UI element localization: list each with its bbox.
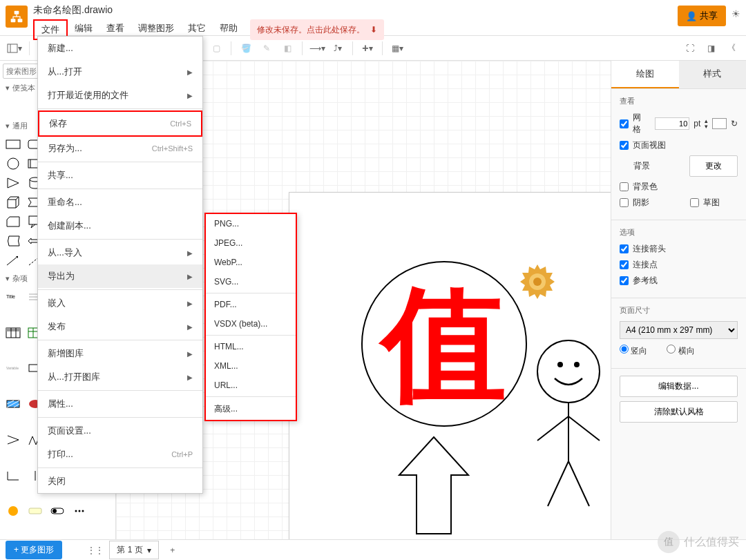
- theme-toggle-icon[interactable]: ☀: [731, 8, 740, 19]
- filename[interactable]: 未命名绘图.drawio: [33, 3, 678, 19]
- shape-dots[interactable]: [69, 502, 90, 520]
- back-icon[interactable]: ▢: [207, 39, 225, 57]
- menu-print[interactable]: 打印...Ctrl+P: [38, 443, 202, 466]
- save-warning[interactable]: 修改未保存。点击此处保存。 ⬇: [250, 19, 384, 40]
- page-format-select[interactable]: A4 (210 mm x 297 mm): [620, 321, 738, 339]
- export-jpeg[interactable]: JPEG...: [206, 233, 296, 253]
- grid-size-input[interactable]: [655, 117, 689, 130]
- menu-close[interactable]: 关闭: [38, 470, 202, 493]
- add-page-icon[interactable]: +: [164, 542, 181, 559]
- shape-misc-table2[interactable]: [3, 324, 23, 342]
- menu-rename[interactable]: 重命名...: [38, 191, 202, 214]
- svg-line-23: [7, 256, 18, 265]
- shadow-icon[interactable]: ◧: [278, 39, 296, 57]
- export-advanced[interactable]: 高级...: [206, 398, 296, 420]
- tab-style[interactable]: 样式: [679, 61, 747, 88]
- menu-page-setup[interactable]: 页面设置...: [38, 419, 202, 443]
- change-bg-button[interactable]: 更改: [689, 155, 738, 177]
- fill-icon[interactable]: 🪣: [237, 39, 255, 57]
- sidebar-toggle-icon[interactable]: ▾: [6, 39, 23, 57]
- menu-props[interactable]: 属性...: [38, 392, 202, 416]
- export-xml[interactable]: XML...: [206, 356, 296, 376]
- menu-save[interactable]: 保存Ctrl+S: [38, 110, 202, 137]
- shape-misc-angle[interactable]: [3, 431, 23, 449]
- grid-reset-icon[interactable]: ↻: [731, 119, 738, 128]
- menu-new[interactable]: 新建...: [38, 37, 202, 60]
- shape-gear-gold2[interactable]: [3, 502, 23, 520]
- menu-import[interactable]: 从...导入▶: [38, 241, 202, 264]
- shape-circle[interactable]: [3, 155, 23, 173]
- connection-icon[interactable]: ⟶▾: [308, 39, 326, 57]
- canvas-arrow[interactable]: [392, 434, 475, 539]
- shape-data-storage[interactable]: [3, 232, 23, 250]
- panel-options-title: 选项: [620, 227, 738, 238]
- fullscreen-icon[interactable]: ⛶: [681, 39, 699, 57]
- export-url[interactable]: URL...: [206, 376, 296, 395]
- shape-misc-title[interactable]: Title: [3, 288, 23, 306]
- more-shapes-button[interactable]: + 更多图形: [6, 541, 62, 559]
- bgcolor-checkbox[interactable]: [620, 182, 629, 191]
- shape-misc-line2[interactable]: [3, 467, 23, 485]
- tab-draw[interactable]: 绘图: [611, 61, 679, 88]
- shadow-checkbox[interactable]: [620, 198, 629, 207]
- export-svg[interactable]: SVG...: [206, 272, 296, 291]
- share-button[interactable]: 👤 共享: [678, 6, 726, 26]
- svg-rect-1: [11, 19, 16, 22]
- menu-open-from[interactable]: 从...打开▶: [38, 60, 202, 84]
- menu-copy[interactable]: 创建副本...: [38, 214, 202, 238]
- menu-embed[interactable]: 嵌入▶: [38, 291, 202, 315]
- shape-card[interactable]: [3, 213, 23, 231]
- format-panel-icon[interactable]: ◨: [702, 39, 720, 57]
- grid-unit: pt: [694, 119, 700, 128]
- shape-switch[interactable]: [47, 502, 68, 520]
- export-vsdx[interactable]: VSDX (beta)...: [206, 314, 296, 334]
- guides-checkbox[interactable]: [620, 276, 629, 285]
- canvas-zhi-circle[interactable]: 值: [361, 261, 527, 427]
- clear-style-button[interactable]: 清除默认风格: [620, 401, 738, 423]
- menu-share[interactable]: 共享...: [38, 164, 202, 187]
- add-icon[interactable]: +▾: [358, 39, 376, 57]
- conn-arrows-checkbox[interactable]: [620, 244, 629, 253]
- panel-pagesize-title: 页面尺寸: [620, 305, 738, 316]
- grid-color-swatch[interactable]: [712, 118, 727, 129]
- menu-save-as[interactable]: 另存为...Ctrl+Shift+S: [38, 137, 202, 160]
- chevron-right-icon: ▶: [187, 68, 193, 76]
- page-tab[interactable]: 第 1 页 ▾: [109, 541, 158, 559]
- waypoint-icon[interactable]: ⤴▾: [329, 39, 347, 57]
- canvas-gear[interactable]: [517, 261, 558, 302]
- conn-points-checkbox[interactable]: [620, 260, 629, 269]
- svg-point-11: [8, 158, 19, 169]
- shape-misc-var[interactable]: Variable: [3, 359, 23, 377]
- menu-help[interactable]: 帮助: [213, 19, 245, 40]
- export-webp[interactable]: WebP...: [206, 253, 296, 272]
- shape-triangle[interactable]: [3, 174, 23, 192]
- export-html[interactable]: HTML...: [206, 337, 296, 356]
- collapse-icon[interactable]: 《: [723, 39, 740, 57]
- app-logo[interactable]: [6, 6, 28, 28]
- menu-open-lib[interactable]: 从...打开图库▶: [38, 365, 202, 389]
- portrait-radio[interactable]: [620, 345, 629, 354]
- shape-button[interactable]: [25, 502, 46, 520]
- shape-rect[interactable]: [3, 135, 23, 153]
- table-icon[interactable]: ▦▾: [388, 39, 406, 57]
- shape-misc-hatch1[interactable]: [3, 395, 23, 413]
- edit-data-button[interactable]: 编辑数据...: [620, 376, 738, 397]
- export-pdf[interactable]: PDF...: [206, 295, 296, 314]
- menu-publish[interactable]: 发布▶: [38, 315, 202, 338]
- sketch-checkbox[interactable]: [690, 198, 699, 207]
- menu-export[interactable]: 导出为▶: [38, 264, 202, 288]
- menu-new-lib[interactable]: 新增图库▶: [38, 342, 202, 365]
- export-png[interactable]: PNG...: [206, 214, 296, 233]
- guides-label: 参考线: [633, 275, 658, 287]
- shape-line-arrow1[interactable]: [3, 251, 23, 269]
- menu-open-recent[interactable]: 打开最近使用的文件▶: [38, 84, 202, 107]
- shape-cube[interactable]: [3, 193, 23, 211]
- page-menu-icon[interactable]: ⋮⋮: [87, 542, 104, 559]
- canvas-stick-figure[interactable]: [527, 337, 610, 512]
- background-label: 背景: [633, 160, 650, 172]
- line-color-icon[interactable]: ✎: [258, 39, 276, 57]
- pageview-checkbox[interactable]: [620, 141, 629, 150]
- chevron-right-icon: ▶: [187, 350, 193, 358]
- landscape-radio[interactable]: [667, 345, 676, 354]
- grid-checkbox[interactable]: [620, 119, 629, 128]
